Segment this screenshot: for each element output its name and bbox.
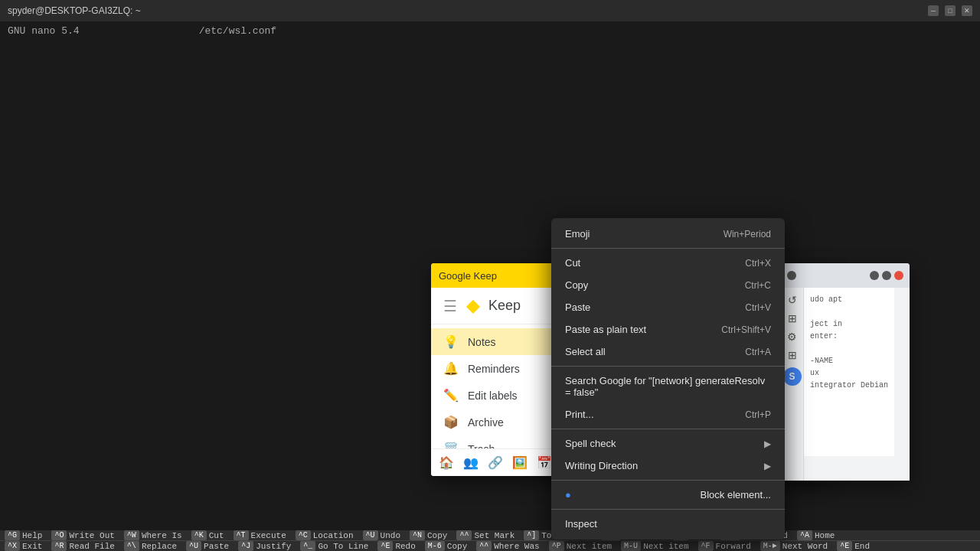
nano-exit[interactable]: ^XExit [0, 541, 47, 551]
nano-location[interactable]: ^CLocation [291, 530, 358, 540]
nano-redo[interactable]: ^ERedo [373, 541, 420, 551]
nano-readfile[interactable]: ^RRead File [47, 541, 119, 551]
context-menu-select-all[interactable]: Select all Ctrl+A [551, 341, 785, 363]
footer-image-icon[interactable]: 🖼️ [512, 455, 528, 470]
browser-close-icon[interactable]: ✕ [894, 271, 903, 280]
notes-icon: 💡 [443, 334, 459, 349]
browser-window: 📌 ─ □ ✕ ↺ ⊞ ⚙ ⊞ S udo apt ject in enter:… [781, 263, 910, 481]
browser-line-5 [810, 343, 888, 355]
nano-cut[interactable]: ^KCut [187, 530, 229, 540]
nano-copy[interactable]: ^NCopy [405, 530, 452, 540]
browser-line-3: ject in [810, 318, 888, 331]
footer-calendar-icon[interactable]: 📅 [537, 455, 552, 470]
edit-labels-icon: ✏️ [443, 388, 459, 403]
nano-nextitem[interactable]: ^PNext item [544, 541, 616, 551]
context-menu-emoji[interactable]: Emoji Win+Period [551, 223, 785, 245]
browser-user-avatar[interactable]: S [783, 367, 802, 386]
sidebar-item-reminders[interactable]: 🔔 Reminders [431, 355, 568, 382]
browser-line-6: -NAME [810, 355, 888, 367]
emoji-label: Emoji [565, 228, 590, 240]
sidebar-item-edit-labels[interactable]: ✏️ Edit labels [431, 382, 568, 409]
nano-wherewas[interactable]: ^^Where Was [472, 541, 544, 551]
footer-link-icon[interactable]: 🔗 [488, 455, 503, 470]
browser-titlebar: 📌 ─ □ ✕ [781, 263, 910, 288]
nano-whereis[interactable]: ^WWhere Is [119, 530, 187, 540]
nano-goto[interactable]: ^_Go To Line [296, 541, 373, 551]
select-all-label: Select all [565, 346, 606, 357]
terminal-line-1: GNU nano 5.4 /etc/wsl.conf [8, 24, 972, 38]
browser-pin-icon[interactable]: 📌 [787, 271, 796, 280]
print-label: Print... [565, 409, 594, 420]
context-menu-inspect[interactable]: Inspect [551, 513, 785, 535]
inspect-label: Inspect [565, 518, 597, 530]
cut-label: Cut [565, 257, 580, 269]
browser-toolbar-icon-1[interactable]: ↺ [788, 294, 797, 306]
reminders-label: Reminders [468, 363, 520, 375]
context-menu: Emoji Win+Period Cut Ctrl+X Copy Ctrl+C … [551, 218, 785, 540]
browser-line-7: ux [810, 367, 888, 380]
browser-maximize-icon[interactable]: □ [882, 271, 891, 280]
archive-icon: 📦 [443, 415, 459, 429]
reminders-icon: 🔔 [443, 361, 459, 376]
block-element-icon: ● [565, 489, 571, 500]
browser-line-2 [810, 306, 888, 318]
sidebar-item-notes[interactable]: 💡 Notes [431, 328, 568, 355]
context-menu-spell-check[interactable]: Spell check ▶ [551, 432, 785, 455]
context-menu-copy[interactable]: Copy Ctrl+C [551, 274, 785, 296]
nano-replace[interactable]: ^\Replace [119, 541, 181, 551]
block-element-label: Block element... [701, 489, 772, 500]
context-menu-cut[interactable]: Cut Ctrl+X [551, 252, 785, 274]
emoji-shortcut: Win+Period [724, 229, 771, 240]
context-menu-paste[interactable]: Paste Ctrl+V [551, 296, 785, 318]
nano-home[interactable]: ^AHome [792, 530, 839, 540]
paste-label: Paste [565, 302, 590, 313]
sidebar-item-trash[interactable]: 🗑️ Trash [431, 435, 568, 448]
browser-line-8: integrator Debian [810, 380, 888, 392]
nano-justify[interactable]: ^JJustify [234, 541, 296, 551]
nano-help[interactable]: ^GHelp [0, 530, 47, 540]
nano-nextitem2[interactable]: M-UNext item [616, 541, 693, 551]
browser-content-area: ↺ ⊞ ⚙ ⊞ S udo apt ject in enter: -NAME u… [781, 288, 910, 481]
nano-bottom-bar: ^GHelp ^OWrite Out ^WWhere Is ^KCut ^TEx… [0, 530, 980, 551]
nano-paste[interactable]: ^UPaste [181, 541, 234, 551]
nano-setmark[interactable]: ^^Set Mark [452, 530, 519, 540]
hamburger-icon[interactable]: ☰ [443, 297, 457, 315]
minimize-icon[interactable]: ─ [928, 5, 939, 16]
paste-shortcut: Ctrl+V [745, 302, 771, 313]
edit-labels-label: Edit labels [468, 390, 518, 402]
footer-collab-icon[interactable]: 👥 [463, 455, 479, 470]
spyder-title: spyder@DESKTOP-GAI3ZLQ: ~ [8, 5, 141, 16]
nano-copy2[interactable]: M-6Copy [420, 541, 472, 551]
context-menu-sep-2 [551, 366, 785, 367]
notes-label: Notes [468, 336, 496, 348]
sidebar-item-archive[interactable]: 📦 Archive [431, 409, 568, 435]
nano-writeout[interactable]: ^OWrite Out [47, 530, 119, 540]
close-icon[interactable]: ✕ [962, 5, 972, 16]
keep-sidebar: 💡 Notes 🔔 Reminders ✏️ Edit labels 📦 Arc… [431, 324, 569, 448]
keep-logo: ◆ [466, 296, 479, 316]
browser-minimize-icon[interactable]: ─ [870, 271, 879, 280]
maximize-icon[interactable]: □ [945, 5, 956, 16]
context-menu-paste-plain[interactable]: Paste as plain text Ctrl+Shift+V [551, 318, 785, 341]
nano-execute[interactable]: ^TExecute [229, 530, 291, 540]
spyder-titlebar: spyder@DESKTOP-GAI3ZLQ: ~ ─ □ ✕ [0, 0, 980, 21]
browser-toolbar-icon-4[interactable]: ⊞ [788, 349, 797, 361]
nano-forward[interactable]: ^FForward [694, 541, 756, 551]
footer-home-icon[interactable]: 🏠 [439, 455, 454, 470]
nano-end[interactable]: ^EEnd [832, 541, 874, 551]
context-menu-print[interactable]: Print... Ctrl+P [551, 403, 785, 425]
nano-undo[interactable]: ^UUndo [358, 530, 405, 540]
browser-line-4: enter: [810, 331, 888, 343]
writing-direction-label: Writing Direction [565, 460, 638, 471]
context-menu-block-element[interactable]: ● Block element... [551, 484, 785, 506]
copy-label: Copy [565, 279, 588, 291]
browser-toolbar-icon-3[interactable]: ⚙ [787, 331, 797, 343]
context-menu-search-google[interactable]: Search Google for "[network] generateRes… [551, 370, 785, 403]
trash-label: Trash [468, 443, 495, 449]
window-controls: ─ □ ✕ [928, 5, 972, 16]
nano-nextword[interactable]: M-►Next Word [756, 541, 832, 551]
nano-shortcuts-row1: ^GHelp ^OWrite Out ^WWhere Is ^KCut ^TEx… [0, 530, 980, 540]
browser-toolbar-icon-2[interactable]: ⊞ [788, 312, 797, 324]
browser-text-content: udo apt ject in enter: -NAME ux integrat… [804, 288, 894, 456]
context-menu-writing-direction[interactable]: Writing Direction ▶ [551, 455, 785, 477]
